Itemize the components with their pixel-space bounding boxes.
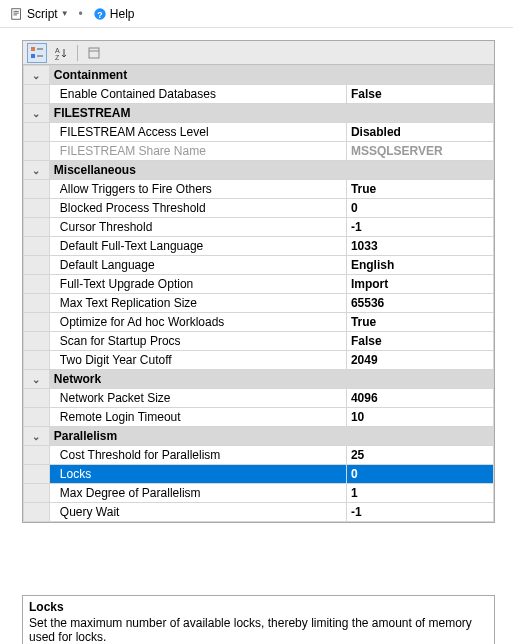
description-text: Set the maximum number of available lock… <box>29 616 488 644</box>
chevron-down-icon: ▼ <box>61 9 69 18</box>
property-row[interactable]: Max Text Replication Size65536 <box>24 294 494 313</box>
row-gutter <box>24 389 50 408</box>
property-value[interactable]: True <box>346 180 493 199</box>
property-label: Two Digit Year Cutoff <box>49 351 346 370</box>
row-gutter <box>24 484 50 503</box>
row-gutter <box>24 503 50 522</box>
property-value[interactable]: Import <box>346 275 493 294</box>
category-label: Containment <box>49 66 493 85</box>
category-row[interactable]: ⌄Network <box>24 370 494 389</box>
property-value[interactable]: MSSQLSERVER <box>346 142 493 161</box>
property-value[interactable]: 65536 <box>346 294 493 313</box>
row-gutter <box>24 85 50 104</box>
property-row[interactable]: FILESTREAM Share NameMSSQLSERVER <box>24 142 494 161</box>
row-gutter <box>24 332 50 351</box>
property-row[interactable]: Allow Triggers to Fire OthersTrue <box>24 180 494 199</box>
row-gutter <box>24 313 50 332</box>
category-label: FILESTREAM <box>49 104 493 123</box>
category-label: Parallelism <box>49 427 493 446</box>
help-label: Help <box>110 7 135 21</box>
property-row[interactable]: Blocked Process Threshold0 <box>24 199 494 218</box>
property-value[interactable]: 2049 <box>346 351 493 370</box>
grid-body: ⌄ContainmentEnable Contained DatabasesFa… <box>23 65 494 522</box>
property-label: Default Language <box>49 256 346 275</box>
property-value[interactable]: 4096 <box>346 389 493 408</box>
category-label: Miscellaneous <box>49 161 493 180</box>
property-value[interactable]: 0 <box>346 199 493 218</box>
expand-collapse-icon[interactable]: ⌄ <box>24 104 50 123</box>
row-gutter <box>24 408 50 427</box>
property-label: FILESTREAM Access Level <box>49 123 346 142</box>
property-label: Cost Threshold for Parallelism <box>49 446 346 465</box>
row-gutter <box>24 142 50 161</box>
category-row[interactable]: ⌄Containment <box>24 66 494 85</box>
property-value[interactable]: 0 <box>346 465 493 484</box>
property-value[interactable]: 1 <box>346 484 493 503</box>
svg-rect-12 <box>89 48 99 58</box>
row-gutter <box>24 180 50 199</box>
description-title: Locks <box>29 600 488 614</box>
property-label: Query Wait <box>49 503 346 522</box>
property-value[interactable]: -1 <box>346 503 493 522</box>
property-row[interactable]: Locks0 <box>24 465 494 484</box>
property-row[interactable]: Full-Text Upgrade OptionImport <box>24 275 494 294</box>
property-value[interactable]: English <box>346 256 493 275</box>
property-row[interactable]: Optimize for Ad hoc WorkloadsTrue <box>24 313 494 332</box>
property-row[interactable]: Query Wait-1 <box>24 503 494 522</box>
property-label: FILESTREAM Share Name <box>49 142 346 161</box>
svg-rect-6 <box>31 47 35 51</box>
row-gutter <box>24 351 50 370</box>
property-row[interactable]: Cost Threshold for Parallelism25 <box>24 446 494 465</box>
property-value[interactable]: Disabled <box>346 123 493 142</box>
expand-collapse-icon[interactable]: ⌄ <box>24 370 50 389</box>
script-button[interactable]: Script ▼ <box>6 5 73 23</box>
expand-collapse-icon[interactable]: ⌄ <box>24 66 50 85</box>
property-value[interactable]: -1 <box>346 218 493 237</box>
row-gutter <box>24 218 50 237</box>
script-icon <box>10 7 24 21</box>
property-value[interactable]: 25 <box>346 446 493 465</box>
property-row[interactable]: Network Packet Size4096 <box>24 389 494 408</box>
help-icon: ? <box>93 7 107 21</box>
category-row[interactable]: ⌄Miscellaneous <box>24 161 494 180</box>
sort-az-icon: AZ <box>54 46 68 60</box>
property-row[interactable]: Enable Contained DatabasesFalse <box>24 85 494 104</box>
category-label: Network <box>49 370 493 389</box>
svg-text:A: A <box>55 47 60 54</box>
property-row[interactable]: Default Full-Text Language1033 <box>24 237 494 256</box>
property-label: Max Text Replication Size <box>49 294 346 313</box>
expand-collapse-icon[interactable]: ⌄ <box>24 161 50 180</box>
property-value[interactable]: False <box>346 85 493 104</box>
category-row[interactable]: ⌄Parallelism <box>24 427 494 446</box>
property-row[interactable]: Cursor Threshold-1 <box>24 218 494 237</box>
help-button[interactable]: ? Help <box>89 5 139 23</box>
property-label: Max Degree of Parallelism <box>49 484 346 503</box>
property-row[interactable]: FILESTREAM Access LevelDisabled <box>24 123 494 142</box>
property-grid: AZ ⌄ContainmentEnable Contained Database… <box>22 40 495 523</box>
alphabetical-view-button[interactable]: AZ <box>51 43 71 63</box>
property-label: Enable Contained Databases <box>49 85 346 104</box>
property-pages-button[interactable] <box>84 43 104 63</box>
svg-rect-0 <box>12 8 21 19</box>
row-gutter <box>24 237 50 256</box>
property-row[interactable]: Two Digit Year Cutoff2049 <box>24 351 494 370</box>
window-toolbar: Script ▼ • ? Help <box>0 0 513 28</box>
property-row[interactable]: Max Degree of Parallelism1 <box>24 484 494 503</box>
property-label: Scan for Startup Procs <box>49 332 346 351</box>
property-value[interactable]: False <box>346 332 493 351</box>
property-value[interactable]: 10 <box>346 408 493 427</box>
category-row[interactable]: ⌄FILESTREAM <box>24 104 494 123</box>
grid-toolbar: AZ <box>23 41 494 65</box>
property-label: Blocked Process Threshold <box>49 199 346 218</box>
property-value[interactable]: True <box>346 313 493 332</box>
description-panel: Locks Set the maximum number of availabl… <box>22 595 495 644</box>
pages-icon <box>87 46 101 60</box>
categorized-view-button[interactable] <box>27 43 47 63</box>
property-row[interactable]: Scan for Startup ProcsFalse <box>24 332 494 351</box>
property-row[interactable]: Default LanguageEnglish <box>24 256 494 275</box>
row-gutter <box>24 199 50 218</box>
expand-collapse-icon[interactable]: ⌄ <box>24 427 50 446</box>
property-value[interactable]: 1033 <box>346 237 493 256</box>
property-label: Cursor Threshold <box>49 218 346 237</box>
property-row[interactable]: Remote Login Timeout10 <box>24 408 494 427</box>
